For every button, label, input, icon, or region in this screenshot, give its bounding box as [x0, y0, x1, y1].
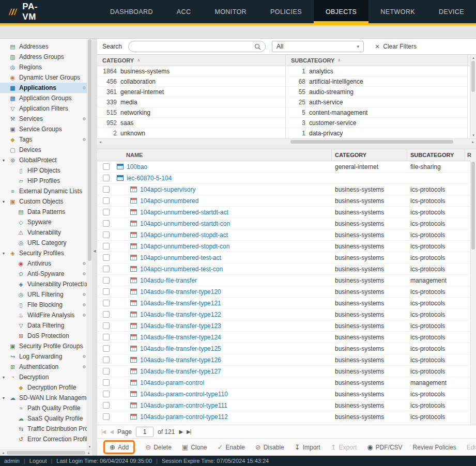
filter-row[interactable]: 2unknown — [97, 128, 285, 138]
application-name-link[interactable]: 104asdu-file-transfer-type125 — [140, 345, 221, 352]
table-row[interactable]: 104asdu-file-transfer-type127business-sy… — [97, 366, 476, 377]
table-row[interactable]: 104asdu-file-transfer-type124business-sy… — [97, 332, 476, 343]
application-name-link[interactable]: 104asdu-file-transfer-type126 — [140, 356, 221, 364]
sidebar-item-tags[interactable]: ◆Tags — [0, 134, 92, 145]
row-checkbox[interactable] — [103, 220, 110, 227]
sidebar-item-file-blocking[interactable]: ▯File Blocking — [0, 300, 92, 310]
row-checkbox[interactable] — [103, 402, 110, 409]
sidebar-item-service-groups[interactable]: ▣Service Groups — [0, 124, 92, 134]
expand-caret-icon[interactable]: ▾ — [3, 158, 9, 163]
search-input-wrap[interactable] — [128, 41, 266, 52]
filter-column-header[interactable]: SUBCATEGORY∧ — [286, 55, 467, 66]
sidebar-item-path-quality-profile[interactable]: ≈Path Quality Profile — [0, 403, 92, 413]
nav-tab-network[interactable]: NETWORK — [368, 0, 427, 23]
sidebar-item-error-correction-profile[interactable]: ↺Error Correction Profile — [0, 434, 92, 444]
sidebar-item-antivirus[interactable]: ◉Antivirus — [0, 258, 92, 269]
table-row[interactable]: 104asdu-param-control-type111business-sy… — [97, 400, 476, 411]
row-checkbox[interactable] — [103, 254, 110, 261]
sidebar-item-hip-profiles[interactable]: ▱HIP Profiles — [0, 176, 92, 186]
table-row[interactable]: 104asdu-file-transferbusiness-systemsman… — [97, 275, 476, 286]
sidebar-item-decryption[interactable]: ▾◔Decryption — [0, 372, 92, 382]
filter-row[interactable]: 55audio-streaming — [286, 87, 467, 97]
sidebar-item-address-groups[interactable]: ▥Address Groups — [0, 52, 92, 62]
table-row[interactable]: 104asdu-file-transfer-type126business-sy… — [97, 354, 476, 366]
scroll-up-icon[interactable]: ▴ — [471, 56, 476, 60]
application-name-link[interactable]: 104asdu-file-transfer-type121 — [140, 300, 221, 307]
scrollbar-thumb[interactable] — [471, 61, 475, 92]
toolbar-button-delete[interactable]: ⊖Delete — [145, 443, 172, 451]
prev-page-icon[interactable]: ◀ — [110, 429, 113, 434]
filter-row[interactable]: 25auth-service — [286, 97, 467, 107]
sidebar-item-custom-objects[interactable]: ▾▣Custom Objects — [0, 196, 92, 207]
application-name-link[interactable]: 104asdu-file-transfer-type127 — [140, 368, 221, 375]
table-row[interactable]: 104asdu-param-controlbusiness-systemsman… — [97, 377, 476, 389]
table-row[interactable]: 104apci-unnumbered-stopdt-actbusiness-sy… — [97, 229, 476, 241]
row-checkbox[interactable] — [103, 334, 110, 340]
application-name-link[interactable]: 104asdu-param-control — [140, 379, 204, 386]
application-name-link[interactable]: 104apci-unnumbered-test-act — [140, 254, 221, 261]
scroll-down-icon[interactable]: ▾ — [471, 133, 476, 137]
table-row[interactable]: 104apci-unnumbered-stopdt-conbusiness-sy… — [97, 241, 476, 252]
sidebar-item-services[interactable]: ⚒Services — [0, 114, 92, 124]
nav-tab-acc[interactable]: ACC — [165, 0, 203, 23]
toolbar-button-clone[interactable]: ▣Clone — [182, 443, 207, 451]
table-row[interactable]: 104apci-supervisorybusiness-systemsics-p… — [97, 184, 476, 195]
sidebar-item-wildfire-analysis[interactable]: ♨WildFire Analysis — [0, 310, 92, 320]
expand-caret-icon[interactable]: ▾ — [3, 375, 9, 380]
application-name-link[interactable]: 104apci-unnumbered-stopdt-con — [140, 243, 229, 250]
table-row[interactable]: 104asdu-file-transfer-type120business-sy… — [97, 286, 476, 298]
row-checkbox[interactable] — [103, 368, 110, 375]
table-row[interactable]: 104apci-unnumbered-test-conbusiness-syst… — [97, 263, 476, 275]
application-name-link[interactable]: 104asdu-file-transfer-type122 — [140, 311, 221, 318]
column-header-r[interactable]: R — [465, 149, 476, 161]
nav-tab-dashboard[interactable]: DASHBOARD — [98, 0, 165, 23]
row-checkbox[interactable] — [103, 413, 110, 420]
row-checkbox[interactable] — [103, 231, 110, 238]
sidebar-item-applications[interactable]: ▦Applications — [0, 83, 92, 93]
row-checkbox[interactable] — [103, 345, 110, 352]
row-checkbox[interactable] — [103, 266, 110, 272]
next-page-icon[interactable]: ▶ — [179, 429, 182, 434]
filter-horizontal-scrollbar[interactable]: ◂ ▸ — [97, 138, 476, 145]
scrollbar-thumb[interactable] — [7, 451, 85, 455]
row-checkbox[interactable] — [103, 356, 110, 363]
expand-caret-icon[interactable]: ▾ — [3, 251, 9, 256]
filter-row[interactable]: 952saas — [97, 118, 285, 128]
sidebar-item-saas-quality-profile[interactable]: ☁SaaS Quality Profile — [0, 413, 92, 424]
scroll-down-icon[interactable]: ▾ — [87, 445, 92, 449]
scope-select[interactable]: All ▾ — [272, 41, 364, 52]
table-vertical-scrollbar[interactable] — [470, 161, 476, 425]
table-row[interactable]: 104asdu-file-transfer-type125business-sy… — [97, 343, 476, 354]
expand-caret-icon[interactable]: ▾ — [3, 199, 9, 204]
filter-column-header[interactable]: CATEGORY∧ — [97, 55, 285, 66]
sidebar-item-globalprotect[interactable]: ▾⊛GlobalProtect — [0, 155, 92, 165]
sidebar-horizontal-scrollbar[interactable]: ◂ ▸ — [0, 449, 92, 456]
row-checkbox[interactable] — [103, 197, 110, 204]
sidebar-item-data-filtering[interactable]: ▽Data Filtering — [0, 320, 92, 331]
row-checkbox[interactable] — [103, 186, 110, 193]
application-name-link[interactable]: 104apci-unnumbered-startdt-act — [140, 209, 228, 216]
scrollbar-thumb[interactable] — [88, 39, 91, 261]
page-number-input[interactable] — [136, 427, 153, 437]
toolbar-button-export[interactable]: ↥Export — [331, 443, 357, 451]
table-row[interactable]: 104asdu-file-transfer-type122business-sy… — [97, 309, 476, 320]
nav-tab-objects[interactable]: OBJECTS — [314, 0, 368, 23]
sidebar-item-url-category[interactable]: ◎URL Category — [0, 238, 92, 248]
sidebar-item-decryption-profile[interactable]: ◆Decryption Profile — [0, 382, 92, 393]
table-row[interactable]: 104asdu-param-control-type112business-sy… — [97, 411, 476, 423]
sidebar-item-vulnerability[interactable]: ⚠Vulnerability — [0, 227, 92, 238]
column-header-category[interactable]: CATEGORY — [332, 149, 407, 161]
scroll-left-icon[interactable]: ◂ — [97, 140, 103, 144]
nav-tab-monitor[interactable]: MONITOR — [203, 0, 258, 23]
table-row[interactable]: 104asdu-file-transfer-type123business-sy… — [97, 320, 476, 332]
filter-row[interactable]: 1data-privacy — [286, 128, 467, 138]
table-row[interactable]: 104apci-unnumberedbusiness-systemsics-pr… — [97, 195, 476, 207]
column-header-name[interactable]: NAME — [115, 149, 332, 161]
row-checkbox[interactable] — [103, 300, 110, 306]
sidebar-item-sd-wan-link-management[interactable]: ▾☁SD-WAN Link Management — [0, 393, 92, 403]
logout-link[interactable]: Logout — [29, 458, 47, 464]
expand-caret-icon[interactable]: ▾ — [3, 396, 9, 400]
toolbar-button-import[interactable]: ↧Import — [295, 443, 320, 451]
application-name-link[interactable]: 104asdu-file-transfer — [140, 277, 197, 284]
first-page-icon[interactable]: |◀ — [101, 429, 105, 434]
